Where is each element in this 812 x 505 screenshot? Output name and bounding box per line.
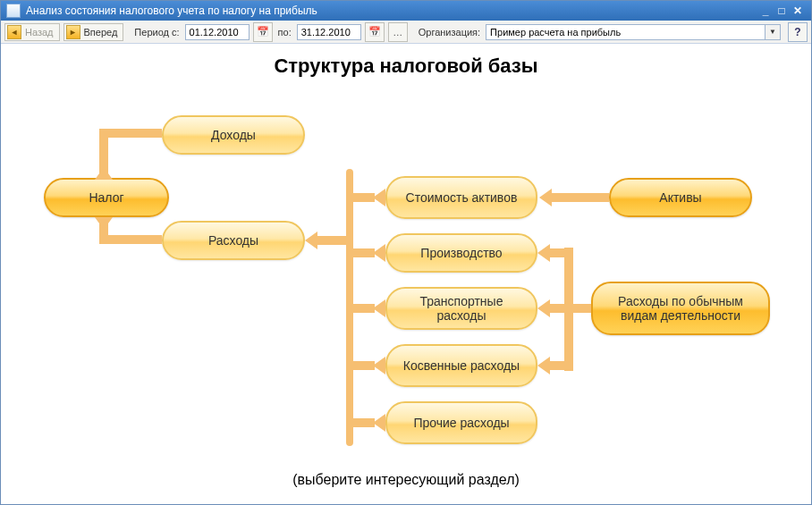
window-title: Анализ состояния налогового учета по нал…: [26, 4, 757, 17]
diagram-canvas: Структура налоговой базы Налог Доходы Ра…: [1, 44, 811, 504]
node-expenses[interactable]: Расходы: [162, 221, 305, 260]
titlebar: Анализ состояния налогового учета по нал…: [1, 1, 811, 21]
arrow-segment: [316, 236, 346, 245]
collector-bar: [346, 169, 353, 446]
node-indirect[interactable]: Косвенные расходы: [385, 344, 537, 387]
org-label: Организация:: [417, 27, 482, 38]
minimize-button[interactable]: _: [757, 4, 774, 17]
forward-arrow-icon: ►: [66, 25, 80, 39]
node-tax[interactable]: Налог: [44, 178, 169, 217]
arrowhead-left-icon: [373, 189, 385, 206]
arrow-segment: [353, 248, 375, 257]
period-from-label: Период с:: [132, 27, 181, 38]
arrowhead-left-icon: [537, 357, 550, 375]
calendar-to-icon[interactable]: 📅: [365, 22, 385, 42]
node-other[interactable]: Прочие расходы: [385, 401, 537, 444]
arrowhead-left-icon: [539, 189, 552, 206]
org-field-wrap: ▼: [486, 24, 781, 40]
back-label: Назад: [25, 27, 54, 38]
arrowhead-left-icon: [373, 299, 385, 317]
help-button[interactable]: ?: [788, 22, 808, 42]
forward-label: Вперед: [84, 27, 118, 38]
toolbar: ◄ Назад ► Вперед Период с: 📅 по: 📅 … Орг…: [1, 21, 811, 44]
arrow-segment: [548, 361, 568, 370]
calendar-from-icon[interactable]: 📅: [253, 22, 273, 42]
arrowhead-left-icon: [537, 244, 550, 262]
diagram-title: Структура налоговой базы: [1, 55, 811, 78]
app-window: Анализ состояния налогового учета по нал…: [0, 0, 812, 505]
forward-button[interactable]: ► Вперед: [63, 23, 124, 41]
arrow-segment: [353, 418, 375, 427]
org-dropdown-icon[interactable]: ▼: [765, 24, 781, 40]
back-arrow-icon: ◄: [7, 25, 21, 39]
arrowhead-left-icon: [537, 299, 550, 317]
node-transport[interactable]: Транспортные расходы: [385, 287, 537, 330]
arrow-segment: [548, 304, 591, 313]
arrowhead-left-icon: [373, 244, 385, 262]
app-icon: [6, 4, 21, 18]
period-to-input[interactable]: [297, 24, 361, 40]
node-production[interactable]: Производство: [385, 233, 537, 273]
arrow-segment: [550, 193, 609, 202]
arrow-segment: [99, 129, 162, 138]
arrow-segment: [353, 304, 375, 313]
period-select-button[interactable]: …: [388, 22, 408, 42]
node-income[interactable]: Доходы: [162, 115, 305, 155]
arrow-segment: [353, 361, 375, 370]
org-input[interactable]: [486, 24, 765, 40]
arrow-segment: [353, 193, 375, 202]
arrowhead-up-icon: [95, 167, 113, 180]
back-button[interactable]: ◄ Назад: [4, 23, 60, 41]
arrowhead-left-icon: [373, 357, 385, 375]
close-button[interactable]: ✕: [790, 4, 806, 17]
arrowhead-left-icon: [373, 414, 385, 432]
arrowhead-left-icon: [305, 231, 317, 249]
period-from-input[interactable]: [185, 24, 250, 40]
node-assets[interactable]: Активы: [609, 178, 752, 217]
period-to-label: по:: [276, 27, 293, 38]
arrow-segment: [548, 248, 568, 257]
node-asset-cost[interactable]: Стоимость активов: [385, 176, 537, 219]
diagram-footer: (выберите интересующий раздел): [1, 472, 811, 488]
maximize-button[interactable]: □: [774, 4, 790, 17]
arrow-segment: [99, 235, 162, 244]
node-ordinary-expenses[interactable]: Расходы по обычным видам деятельности: [591, 282, 770, 335]
arrowhead-down-icon: [95, 217, 113, 230]
